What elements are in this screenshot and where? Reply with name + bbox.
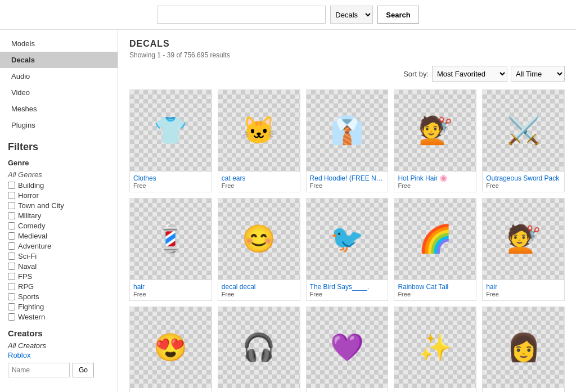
- item-info: decal decalFree: [218, 280, 300, 300]
- item-card[interactable]: 👕ClothesFree: [129, 89, 212, 192]
- genre-label-adventure[interactable]: Adventure: [18, 242, 51, 250]
- genre-label-town-and-city[interactable]: Town and City: [18, 201, 64, 210]
- item-card[interactable]: 🎧Sapphire Encrusted HeadphonesFree: [218, 307, 300, 392]
- genre-item-fps: FPS: [8, 272, 110, 281]
- genre-checkbox-fighting[interactable]: [8, 303, 15, 310]
- search-button[interactable]: Search: [377, 6, 418, 24]
- item-card[interactable]: 😍Anime Collection | SakuraFree: [129, 307, 212, 392]
- genre-checkbox-town-and-city[interactable]: [8, 202, 15, 209]
- item-emoji-icon: 👩: [507, 334, 541, 361]
- item-card[interactable]: ⚔️Outrageous Sword PackFree: [482, 89, 565, 192]
- genre-checkbox-adventure[interactable]: [8, 242, 15, 250]
- filters-title: Filters: [8, 141, 110, 153]
- time-select[interactable]: All TimePast DayPast WeekPast MonthPast …: [511, 66, 565, 82]
- genre-checkbox-naval[interactable]: [8, 263, 15, 270]
- genre-checkbox-comedy[interactable]: [8, 222, 15, 229]
- genre-label-western[interactable]: Western: [18, 313, 45, 321]
- item-name[interactable]: The Bird Says____.: [310, 283, 385, 291]
- genre-checkbox-sci-fi[interactable]: [8, 253, 15, 260]
- item-thumbnail: 👩: [483, 307, 564, 389]
- item-card[interactable]: 💇Hot Pink Hair 🌸Free: [394, 89, 476, 192]
- sidebar-nav-item-models[interactable]: Models: [0, 35, 118, 52]
- genre-label-horror[interactable]: Horror: [18, 191, 39, 200]
- sidebar-nav-item-meshes[interactable]: Meshes: [0, 101, 118, 117]
- item-card[interactable]: ✨hairFree: [394, 307, 476, 392]
- item-price: Free: [310, 291, 385, 298]
- item-card[interactable]: 👩hair ######Free: [482, 307, 565, 392]
- item-card[interactable]: 😊decal decalFree: [218, 198, 300, 301]
- genre-checkbox-military[interactable]: [8, 212, 15, 219]
- sidebar-nav-item-video[interactable]: Video: [0, 84, 118, 101]
- item-card[interactable]: 💈hairFree: [129, 198, 212, 301]
- item-thumb-inner: 😊: [226, 206, 291, 272]
- item-emoji-icon: ✨: [418, 334, 452, 361]
- item-card[interactable]: 🐱cat earsFree: [218, 89, 300, 192]
- genre-label-building[interactable]: Building: [18, 181, 44, 190]
- genre-label-sci-fi[interactable]: Sci-Fi: [18, 252, 37, 260]
- sort-select[interactable]: Most FavoritedRelevanceMost VisitedRecen…: [432, 66, 507, 82]
- genre-checkbox-western[interactable]: [8, 313, 15, 321]
- item-card[interactable]: 💇hairFree: [482, 198, 565, 301]
- item-price: Free: [486, 182, 561, 189]
- genre-label-fighting[interactable]: Fighting: [18, 303, 44, 311]
- item-thumbnail: 🐦: [307, 199, 388, 280]
- search-input[interactable]: [157, 6, 326, 24]
- sidebar-nav-item-audio[interactable]: Audio: [0, 68, 118, 84]
- item-name[interactable]: Clothes: [133, 174, 208, 182]
- genre-item-sci-fi: Sci-Fi: [8, 252, 110, 260]
- item-emoji-icon: 💜: [330, 334, 364, 361]
- genre-item-western: Western: [8, 313, 110, 321]
- item-card[interactable]: 🐦The Bird Says____.Free: [306, 198, 389, 301]
- main-layout: ModelsDecalsAudioVideoMeshesPlugins Filt…: [0, 30, 576, 392]
- genre-label-fps[interactable]: FPS: [18, 272, 32, 281]
- item-card[interactable]: 💜galaxy hair robloxFree: [306, 307, 389, 392]
- genre-checkbox-sports[interactable]: [8, 293, 15, 300]
- genre-item-comedy: Comedy: [8, 222, 110, 230]
- genre-label-sports[interactable]: Sports: [18, 292, 39, 301]
- item-card[interactable]: 👔Red Hoodie! (FREE NOW!)Free: [306, 89, 389, 192]
- creators-roblox-link[interactable]: Roblox: [8, 351, 110, 359]
- item-name[interactable]: hair: [486, 283, 561, 291]
- item-name[interactable]: Rainbow Cat Tail: [398, 283, 472, 291]
- creators-go-button[interactable]: Go: [73, 363, 94, 377]
- genre-checkbox-rpg[interactable]: [8, 283, 15, 290]
- genre-checkbox-fps[interactable]: [8, 273, 15, 280]
- item-name[interactable]: Red Hoodie! (FREE NOW!): [310, 174, 385, 182]
- item-thumb-inner: 💇: [403, 98, 468, 163]
- item-price: Free: [222, 182, 296, 189]
- genre-item-rpg: RPG: [8, 282, 110, 291]
- header: ModelsDecalsAudioVideoMeshesPlugins Sear…: [0, 0, 576, 30]
- genre-label-rpg[interactable]: RPG: [18, 282, 34, 291]
- item-name[interactable]: Hot Pink Hair 🌸: [398, 174, 472, 182]
- content-title: DECALS: [129, 39, 565, 49]
- genre-item-town-and-city: Town and City: [8, 201, 110, 210]
- sort-label: Sort by:: [403, 70, 429, 78]
- genre-checkboxes: BuildingHorrorTown and CityMilitaryComed…: [8, 181, 110, 321]
- content-subtitle: Showing 1 - 39 of 756,695 results: [129, 51, 565, 59]
- item-thumb-inner: ✨: [403, 315, 468, 380]
- sidebar-nav-item-plugins[interactable]: Plugins: [0, 117, 118, 133]
- item-name[interactable]: decal decal: [222, 283, 296, 291]
- creators-name-input[interactable]: [8, 363, 70, 377]
- genre-checkbox-horror[interactable]: [8, 192, 15, 199]
- item-price: Free: [133, 182, 208, 189]
- item-emoji-icon: 💇: [507, 226, 541, 253]
- genre-label-medieval[interactable]: Medieval: [18, 232, 47, 240]
- genre-label-naval[interactable]: Naval: [18, 262, 37, 271]
- genre-checkbox-building[interactable]: [8, 182, 15, 189]
- item-info: Sapphire Encrusted HeadphonesFree: [218, 388, 300, 392]
- item-emoji-icon: 🐦: [330, 226, 364, 253]
- sidebar-filters: Filters Genre All Genres BuildingHorrorT…: [0, 141, 118, 321]
- genre-label-comedy[interactable]: Comedy: [18, 222, 45, 230]
- item-info: hair ######Free: [483, 388, 564, 392]
- item-name[interactable]: Outrageous Sword Pack: [486, 174, 561, 182]
- genre-checkbox-medieval[interactable]: [8, 232, 15, 240]
- item-name[interactable]: cat ears: [222, 174, 296, 182]
- item-thumb-inner: 💈: [138, 206, 203, 272]
- item-emoji-icon: 🐱: [242, 117, 276, 144]
- item-name[interactable]: hair: [133, 283, 208, 291]
- category-select[interactable]: ModelsDecalsAudioVideoMeshesPlugins: [330, 6, 373, 24]
- item-card[interactable]: 🌈Rainbow Cat TailFree: [394, 198, 476, 301]
- sidebar-nav-item-decals[interactable]: Decals: [0, 52, 118, 68]
- genre-label-military[interactable]: Military: [18, 211, 41, 220]
